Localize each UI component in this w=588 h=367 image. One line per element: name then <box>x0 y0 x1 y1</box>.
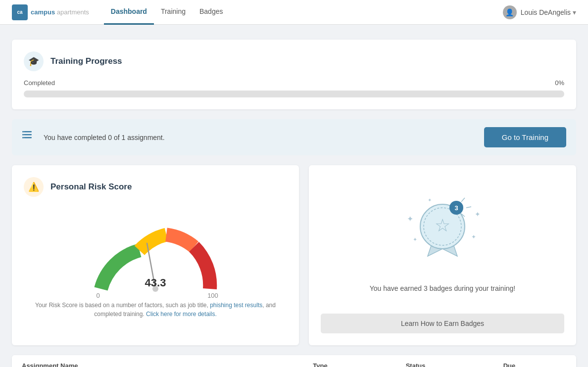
progress-bar-background <box>24 91 564 97</box>
svg-line-20 <box>461 198 465 202</box>
user-menu[interactable]: 👤 Louis DeAngelis ▾ <box>503 5 576 19</box>
svg-text:☆: ☆ <box>435 215 450 235</box>
badges-card: ✦ ✦ ✦ ✦ ✦ ☆ 3 <box>309 165 576 345</box>
col-status: Status <box>396 355 493 367</box>
nav-links: Dashboard Training Badges <box>104 0 503 25</box>
svg-text:100: 100 <box>207 292 218 299</box>
svg-line-21 <box>466 207 471 208</box>
training-progress-title: Training Progress <box>50 56 122 66</box>
card-header: 🎓 Training Progress <box>24 51 564 71</box>
svg-point-3 <box>22 131 24 132</box>
warning-icon: ⚠️ <box>24 177 44 197</box>
svg-text:3: 3 <box>454 204 458 212</box>
risk-score-description: Your Risk Score is based on a number of … <box>24 301 287 319</box>
learn-badges-button[interactable]: Learn How to Earn Badges <box>321 314 564 333</box>
phishing-link[interactable]: phishing test results <box>210 302 262 309</box>
gauge-svg: 0 100 43.3 <box>76 210 235 299</box>
logo-icon: ca <box>12 4 28 20</box>
svg-rect-1 <box>24 134 32 136</box>
logo: ca campus apartments <box>12 4 89 20</box>
main-content: 🎓 Training Progress Completed 0% <box>0 25 588 367</box>
svg-text:✦: ✦ <box>475 210 481 218</box>
col-type: Type <box>303 355 395 367</box>
svg-text:✦: ✦ <box>428 197 432 203</box>
risk-score-value: 43.3 <box>145 276 166 289</box>
nav-training[interactable]: Training <box>154 0 193 25</box>
svg-rect-0 <box>24 131 32 133</box>
progress-percent: 0% <box>555 79 564 87</box>
svg-point-5 <box>22 137 24 138</box>
assignments-table: Assignment Name Type Status Due Phil Hen… <box>12 355 576 367</box>
svg-text:✦: ✦ <box>413 236 417 242</box>
col-assignment-name: Assignment Name <box>12 355 303 367</box>
assignment-text: You have completed 0 of 1 assignment. <box>44 134 165 141</box>
user-avatar: 👤 <box>503 5 517 19</box>
nav-dashboard[interactable]: Dashboard <box>104 0 154 25</box>
badges-earned-text: You have earned 3 badges during your tra… <box>370 284 515 292</box>
risk-score-title: Personal Risk Score <box>50 182 132 192</box>
banner-left: You have completed 0 of 1 assignment. <box>22 129 165 146</box>
user-name: Louis DeAngelis <box>521 8 571 16</box>
svg-point-4 <box>22 134 24 135</box>
gauge-container: 0 100 43.3 Your Risk Score is based on a… <box>24 205 287 323</box>
progress-row: Completed 0% <box>24 79 564 87</box>
svg-text:✦: ✦ <box>471 233 476 240</box>
risk-card-header: ⚠️ Personal Risk Score <box>24 177 287 197</box>
logo-text: campus apartments <box>31 8 89 16</box>
assignment-banner: You have completed 0 of 1 assignment. Go… <box>12 119 576 155</box>
details-link[interactable]: Click here for more details. <box>146 311 217 318</box>
col-due: Due <box>493 355 576 367</box>
badge-svg: ✦ ✦ ✦ ✦ ✦ ☆ 3 <box>398 187 487 261</box>
navbar: ca campus apartments Dashboard Training … <box>0 0 588 25</box>
assignments-table-card: Assignment Name Type Status Due Phil Hen… <box>12 355 576 367</box>
checklist-icon <box>22 129 37 146</box>
svg-text:0: 0 <box>96 292 99 299</box>
risk-score-column: ⚠️ Personal Risk Score <box>12 165 299 345</box>
graduation-cap-icon: 🎓 <box>24 51 44 71</box>
badge-illustration: ✦ ✦ ✦ ✦ ✦ ☆ 3 <box>398 177 487 266</box>
training-progress-card: 🎓 Training Progress Completed 0% <box>12 40 576 109</box>
completed-label: Completed <box>24 79 55 87</box>
dropdown-arrow: ▾ <box>573 8 576 16</box>
svg-rect-2 <box>24 137 32 138</box>
svg-text:✦: ✦ <box>407 215 413 223</box>
go-to-training-button[interactable]: Go to Training <box>484 127 566 147</box>
badges-column: ✦ ✦ ✦ ✦ ✦ ☆ 3 <box>309 165 576 345</box>
nav-badges[interactable]: Badges <box>193 0 230 25</box>
table-header: Assignment Name Type Status Due <box>12 355 576 367</box>
personal-risk-score-card: ⚠️ Personal Risk Score <box>12 165 299 345</box>
two-column-section: ⚠️ Personal Risk Score <box>12 165 576 345</box>
